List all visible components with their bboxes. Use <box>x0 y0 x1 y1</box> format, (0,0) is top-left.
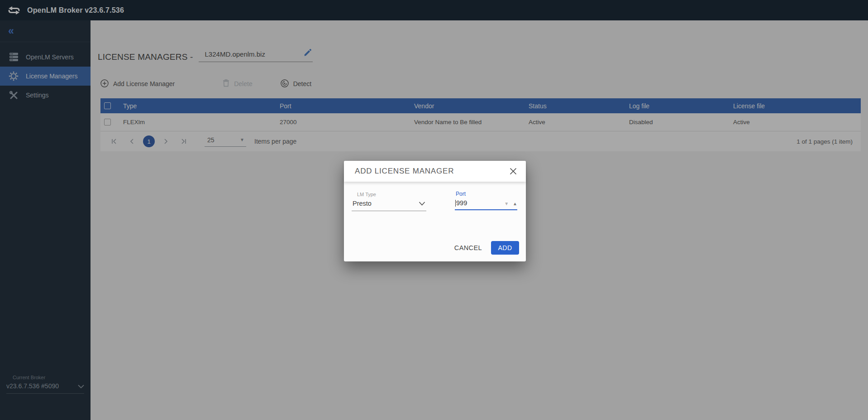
dialog-title: ADD LICENSE MANAGER <box>355 167 454 176</box>
port-value: 999 <box>456 199 467 207</box>
lm-type-select[interactable]: Presto <box>352 197 426 211</box>
text-caret <box>455 200 456 207</box>
cancel-button[interactable]: CANCEL <box>453 241 483 254</box>
port-spinners: ▼ ▲ <box>504 201 517 206</box>
spinner-up-icon[interactable]: ▲ <box>513 201 517 206</box>
add-license-manager-dialog: ADD LICENSE MANAGER LM Type Presto Port <box>344 161 526 261</box>
add-button[interactable]: ADD <box>491 241 519 255</box>
dialog-actions: CANCEL ADD <box>453 241 519 255</box>
chevron-down-icon <box>419 199 425 208</box>
dialog-body: LM Type Presto Port 999 ▼ ▲ <box>344 182 526 261</box>
lm-type-field: LM Type Presto <box>352 192 426 211</box>
lm-type-label: LM Type <box>352 192 426 197</box>
close-icon[interactable] <box>509 167 518 176</box>
dialog-header: ADD LICENSE MANAGER <box>344 161 526 182</box>
lm-type-value: Presto <box>353 200 372 207</box>
port-input[interactable]: 999 ▼ ▲ <box>455 197 517 210</box>
port-label: Port <box>455 191 517 197</box>
port-field: Port 999 ▼ ▲ <box>455 191 517 210</box>
app-screen: OpenLM Broker v23.6.7.536 « <box>0 0 868 420</box>
spinner-down-icon[interactable]: ▼ <box>504 201 509 206</box>
